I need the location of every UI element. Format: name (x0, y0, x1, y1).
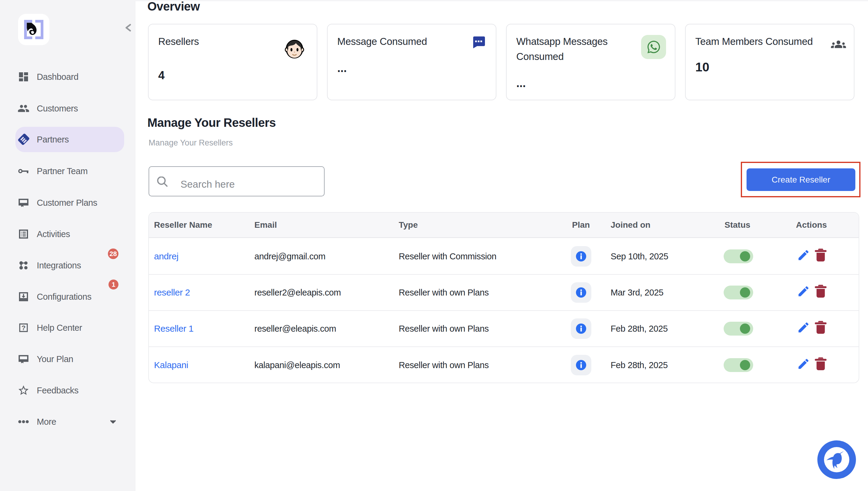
svg-text:?: ? (21, 324, 26, 331)
